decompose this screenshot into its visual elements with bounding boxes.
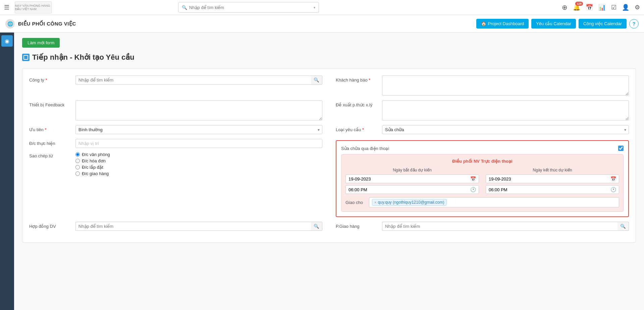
new-form-btn-wrap: Làm mới form bbox=[22, 38, 636, 48]
main-content: Làm mới form Tiếp nhận - Khởi tạo Yêu cầ… bbox=[14, 33, 644, 310]
end-date-input-wrap[interactable]: 📅 bbox=[486, 174, 619, 183]
giao-cho-row: Giao cho × quy.quy (ngothiquy1210@gmail.… bbox=[345, 197, 619, 207]
bell-icon[interactable]: 🔔 128 bbox=[573, 4, 580, 11]
sao-chep-tu-group: Sao chép từ Đ/c văn phòng Đ/c hóa đơn bbox=[29, 151, 322, 176]
search-input[interactable] bbox=[189, 5, 314, 10]
header-bar: 🌐 ĐIỀU PHỐI CÔNG VIỆC 🏠 Project Dashboar… bbox=[0, 15, 644, 33]
project-dashboard-button[interactable]: 🏠 Project Dashboard bbox=[476, 19, 529, 29]
start-time-input-wrap[interactable]: 🕐 bbox=[345, 185, 479, 194]
uu-tien-group: Ưu tiên * Bình thường bbox=[29, 125, 322, 134]
p-giao-hang-group: P.Giao hàng 🔍 bbox=[336, 222, 629, 231]
new-form-button[interactable]: Làm mới form bbox=[22, 38, 60, 48]
radio-hoa-don[interactable]: Đ/c hóa đơn bbox=[75, 158, 322, 163]
uu-tien-select-wrap: Bình thường bbox=[75, 125, 322, 134]
hop-dong-label: Hợp đồng DV bbox=[29, 222, 73, 229]
end-time-clock-icon[interactable]: 🕐 bbox=[610, 187, 616, 192]
end-date-col: Ngày kết thúc dự kiến 📅 🕐 bbox=[486, 168, 619, 194]
de-xuat-input[interactable] bbox=[382, 100, 629, 120]
p-giao-hang-input[interactable] bbox=[382, 222, 618, 231]
logo: MÁY VĂN PHÒNG HÀNG ĐẦU VIỆT NAM bbox=[15, 1, 52, 13]
form-title-row: Tiếp nhận - Khởi tạo Yêu cầu bbox=[22, 53, 636, 62]
cong-viec-calendar-button[interactable]: Công việc Calendar bbox=[579, 19, 627, 29]
giao-cho-tag-input[interactable]: × quy.quy (ngothiquy1210@gmail.com) bbox=[369, 197, 619, 207]
cong-ty-label: Công ty * bbox=[29, 75, 73, 83]
form-title-icon bbox=[22, 54, 30, 61]
start-time-input[interactable] bbox=[348, 187, 468, 192]
hop-dong-input-wrap: 🔍 bbox=[75, 222, 322, 231]
sua-chua-checkbox-wrap bbox=[618, 146, 624, 151]
tag-remove-btn[interactable]: × bbox=[374, 200, 376, 204]
dc-thuc-hien-label: Đ/c thực hiện bbox=[29, 139, 73, 146]
calendar-icon[interactable]: 📅 bbox=[586, 4, 593, 11]
logo-image: MÁY VĂN PHÒNG HÀNG ĐẦU VIỆT NAM bbox=[15, 1, 52, 13]
add-icon[interactable]: ⊕ bbox=[562, 3, 568, 11]
end-date-calendar-icon[interactable]: 📅 bbox=[610, 176, 616, 182]
end-time-input[interactable] bbox=[489, 187, 608, 192]
cong-ty-search-button[interactable]: 🔍 bbox=[311, 75, 322, 85]
form-row-4: Đ/c thực hiện Sao chép từ Đ/c văn phòng bbox=[29, 139, 629, 217]
checkbox-icon[interactable]: ☑ bbox=[611, 4, 616, 11]
settings-icon[interactable]: ⚙ bbox=[635, 4, 640, 11]
dc-thuc-hien-input[interactable] bbox=[75, 139, 322, 148]
khach-hang-bao-input[interactable] bbox=[382, 75, 629, 96]
cong-ty-group: Công ty * 🔍 bbox=[29, 75, 322, 96]
radio-van-phong[interactable]: Đ/c văn phòng bbox=[75, 152, 322, 157]
date-grid: Ngày bắt đầu dự kiến 📅 🕐 bbox=[345, 168, 619, 194]
global-search[interactable]: 🔍 ▾ bbox=[178, 2, 319, 13]
search-icon: 🔍 bbox=[182, 5, 187, 10]
loai-yeu-cau-select[interactable]: Sửa chữa bbox=[382, 125, 629, 134]
hop-dong-search-button[interactable]: 🔍 bbox=[311, 222, 322, 231]
end-date-input[interactable] bbox=[489, 176, 608, 182]
p-giao-hang-search-button[interactable]: 🔍 bbox=[618, 222, 629, 231]
topbar-icons: ⊕ 🔔 128 📅 📊 ☑ 👤 ⚙ bbox=[562, 3, 640, 11]
de-xuat-group: Đề xuất p.thức x.lý bbox=[336, 100, 629, 120]
khach-hang-bao-group: Khách hàng báo * bbox=[336, 75, 629, 96]
loai-yeu-cau-group: Loại yêu cầu * Sửa chữa bbox=[336, 125, 629, 134]
radio-giao-hang[interactable]: Đ/c giao hàng bbox=[75, 171, 322, 176]
dc-thuc-hien-group: Đ/c thực hiện bbox=[29, 139, 322, 148]
start-date-input-wrap[interactable]: 📅 bbox=[345, 174, 479, 183]
form-row-1: Công ty * 🔍 Khách hàng báo * bbox=[29, 75, 629, 96]
chart-icon[interactable]: 📊 bbox=[598, 4, 606, 11]
start-date-calendar-icon[interactable]: 📅 bbox=[470, 176, 476, 182]
form-row-2: Thiết bị Feedback Đề xuất p.thức x.lý bbox=[29, 100, 629, 120]
thiet-bi-group: Thiết bị Feedback bbox=[29, 100, 322, 120]
yeu-cau-calendar-button[interactable]: Yêu cầu Calendar bbox=[531, 19, 576, 29]
dashboard-icon: 🏠 bbox=[481, 21, 486, 26]
start-time-clock-icon[interactable]: 🕐 bbox=[470, 187, 476, 192]
search-dropdown-arrow: ▾ bbox=[314, 6, 315, 9]
start-date-input[interactable] bbox=[348, 176, 468, 182]
uu-tien-select[interactable]: Bình thường bbox=[75, 125, 322, 134]
khach-hang-bao-label: Khách hàng báo * bbox=[336, 75, 379, 83]
user-icon[interactable]: 👤 bbox=[622, 4, 629, 11]
start-date-label: Ngày bắt đầu dự kiến bbox=[345, 168, 479, 172]
sidebar-item-home[interactable]: ◉ bbox=[1, 35, 13, 47]
assignee-tag: × quy.quy (ngothiquy1210@gmail.com) bbox=[372, 199, 447, 206]
layout: ◉ Làm mới form Tiếp nhận - Khởi tạo Yêu … bbox=[0, 33, 644, 310]
thiet-bi-input[interactable] bbox=[75, 100, 322, 120]
end-time-input-wrap[interactable]: 🕐 bbox=[486, 185, 619, 194]
dieu-phoi-title: Điều phối NV Trực điện thoại bbox=[345, 159, 619, 164]
radio-lap-dat[interactable]: Đ/c lắp đặt bbox=[75, 165, 322, 170]
cong-ty-input-wrap: 🔍 bbox=[75, 75, 322, 85]
hop-dong-input[interactable] bbox=[75, 222, 311, 231]
radio-group: Đ/c văn phòng Đ/c hóa đơn Đ/c lắp đặt bbox=[75, 151, 322, 176]
cong-ty-input[interactable] bbox=[75, 75, 311, 85]
de-xuat-label: Đề xuất p.thức x.lý bbox=[336, 100, 379, 107]
section-icon: 🌐 bbox=[5, 19, 15, 29]
form-title: Tiếp nhận - Khởi tạo Yêu cầu bbox=[32, 53, 135, 62]
loai-yeu-cau-label: Loại yêu cầu * bbox=[336, 125, 379, 132]
sao-chep-tu-label: Sao chép từ bbox=[29, 151, 73, 158]
giao-cho-label: Giao cho bbox=[345, 200, 366, 205]
sua-chua-checkbox[interactable] bbox=[618, 146, 624, 151]
menu-icon[interactable]: ☰ bbox=[4, 4, 9, 11]
form-row-3: Ưu tiên * Bình thường Loại yêu cầu * bbox=[29, 125, 629, 134]
loai-yeu-cau-select-wrap: Sửa chữa bbox=[382, 125, 629, 134]
end-date-label: Ngày kết thúc dự kiến bbox=[486, 168, 619, 172]
p-giao-hang-input-wrap: 🔍 bbox=[382, 222, 629, 231]
thiet-bi-label: Thiết bị Feedback bbox=[29, 100, 73, 107]
notification-badge: 128 bbox=[575, 2, 583, 6]
red-section: Sửa chữa qua điện thoại Điều phối NV Trự… bbox=[336, 140, 629, 217]
help-button[interactable]: ? bbox=[629, 19, 639, 29]
start-date-col: Ngày bắt đầu dự kiến 📅 🕐 bbox=[345, 168, 479, 194]
